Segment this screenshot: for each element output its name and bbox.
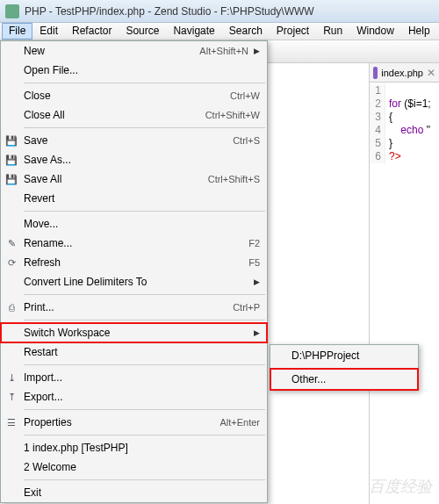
menu-item-label: Import... [24,371,260,384]
menu-item-label: Move... [24,218,260,230]
submenu-item[interactable]: D:\PHPProject [270,345,418,366]
menu-run[interactable]: Run [316,23,349,40]
menu-item-icon: 💾 [4,153,18,167]
menu-item[interactable]: 💾SaveCtrl+S [1,131,267,150]
code-text [385,84,389,97]
menu-separator [24,320,265,320]
menu-edit[interactable]: Edit [32,23,65,40]
menu-search[interactable]: Search [222,23,270,40]
code-line: 5} [370,137,439,150]
menu-item-shortcut: Ctrl+S [233,135,260,146]
close-tab-icon[interactable]: ✕ [427,67,435,79]
menu-item[interactable]: 2 Welcome [1,457,267,477]
menu-item[interactable]: Restart [1,342,267,362]
menu-item-label: New [24,45,199,57]
menu-item-label: Print... [24,301,233,313]
code-text: ?> [385,150,401,163]
menu-item-label: 2 Welcome [24,461,260,473]
submenu-arrow-icon: ▶ [254,328,260,337]
menu-item-shortcut: Ctrl+Shift+W [205,110,260,120]
menu-item-icon: ✎ [4,236,18,250]
menu-project[interactable]: Project [270,23,316,40]
menu-separator [24,294,265,295]
code-area[interactable]: 12for ($i=1;3{4 echo "5}6?> [370,83,439,165]
submenu-arrow-icon: ▶ [254,277,260,286]
menu-item[interactable]: 💾Save As... [1,150,267,169]
menu-item-icon: ⎙ [4,300,18,314]
menubar: FileEditRefactorSourceNavigateSearchProj… [0,23,439,40]
code-line: 3{ [370,111,439,124]
menu-item-shortcut: F5 [248,257,260,268]
menu-file[interactable]: File [2,23,32,40]
menu-item[interactable]: NewAlt+Shift+N▶ [1,41,267,61]
menu-item-icon: 💾 [4,133,18,148]
menu-item[interactable]: ✎Rename...F2 [1,234,267,253]
menu-separator [24,479,265,480]
file-menu-dropdown: NewAlt+Shift+N▶Open File...CloseCtrl+WCl… [0,40,268,503]
menu-item-icon: ☰ [4,415,18,429]
menu-item[interactable]: Convert Line Delimiters To▶ [1,272,267,292]
code-line: 4 echo " [370,124,439,137]
menu-item[interactable]: ⎙Print...Ctrl+P [1,298,267,317]
menu-item-label: Properties [24,416,220,428]
code-line: 6?> [370,150,439,163]
menu-item[interactable]: ⤓Import... [1,368,267,387]
menu-separator [24,127,265,128]
code-line: 2for ($i=1; [370,97,439,111]
menu-item[interactable]: ⤒Export... [1,387,267,407]
editor-tabs: index.php ✕ [370,63,439,83]
menu-source[interactable]: Source [119,23,166,40]
menu-item[interactable]: 💾Save AllCtrl+Shift+S [1,169,267,189]
menu-help[interactable]: Help [401,23,437,40]
line-number: 6 [370,150,385,163]
line-number: 1 [370,84,385,97]
menu-item-label: Save As... [24,154,260,166]
line-number: 4 [370,124,385,137]
menu-item[interactable]: Revert [1,189,267,208]
app-icon [5,4,19,18]
menu-item-shortcut: Ctrl+W [230,90,260,101]
code-text: { [385,111,392,124]
menu-refactor[interactable]: Refactor [65,23,119,40]
line-number: 2 [370,97,385,111]
switch-workspace-submenu: D:\PHPProjectOther... [270,344,419,391]
menu-separator [24,83,265,83]
menu-item[interactable]: 1 index.php [TestPHP] [1,438,267,457]
menu-item[interactable]: ☰PropertiesAlt+Enter [1,413,267,432]
code-text: } [385,137,392,150]
php-file-icon [373,67,378,79]
menu-item-label: Switch Workspace [24,327,248,339]
menu-item-shortcut: Ctrl+Shift+S [208,174,260,184]
menu-item-shortcut: F2 [248,238,260,248]
menu-item-label: Open File... [24,64,260,76]
menu-item-label: Refresh [24,256,248,269]
menu-item-label: Save All [24,173,208,185]
menu-item[interactable]: CloseCtrl+W [1,86,267,105]
menu-item[interactable]: Move... [1,214,267,234]
menu-separator [24,364,265,365]
menu-item[interactable]: ⟳RefreshF5 [1,253,267,272]
menu-item[interactable]: Close AllCtrl+Shift+W [1,105,267,125]
submenu-item[interactable]: Other... [270,369,418,390]
menu-item-shortcut: Ctrl+P [233,302,260,313]
window-title: PHP - TestPHP/index.php - Zend Studio - … [25,5,314,18]
menu-item-label: Convert Line Delimiters To [24,276,248,288]
menu-separator [24,211,265,212]
menu-item-label: Restart [24,346,260,358]
menu-item-shortcut: Alt+Shift+N [199,46,248,56]
menu-window[interactable]: Window [349,23,401,40]
menu-item-shortcut: Alt+Enter [220,417,260,428]
menu-item-label: Close [24,90,230,102]
code-line: 1 [370,84,439,97]
menu-item-label: Save [24,134,233,147]
menu-item-label: 1 index.php [TestPHP] [24,442,260,454]
menu-item[interactable]: Switch Workspace▶ [1,323,267,342]
editor-panel: index.php ✕ 12for ($i=1;3{4 echo "5}6?> [369,63,439,504]
line-number: 3 [370,111,385,124]
submenu-arrow-icon: ▶ [254,47,260,55]
menu-item[interactable]: Open File... [1,61,267,80]
menu-item[interactable]: Exit [1,483,267,502]
menu-navigate[interactable]: Navigate [166,23,221,40]
menu-item-icon: ⟳ [4,256,18,270]
editor-tab-label[interactable]: index.php [381,68,423,78]
